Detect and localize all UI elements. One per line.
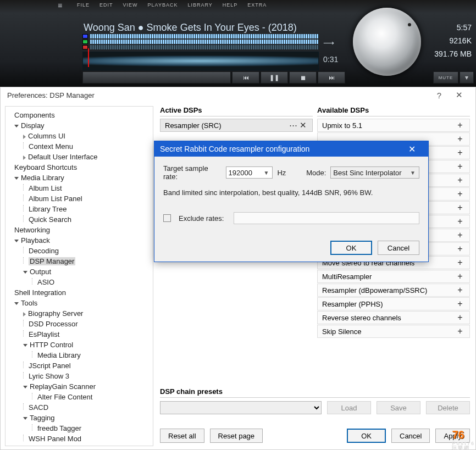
tree-item[interactable]: Album List: [8, 183, 151, 193]
tree-item[interactable]: Decoding: [8, 246, 151, 256]
add-dsp-button[interactable]: +: [455, 148, 465, 158]
prefs-cancel-button[interactable]: Cancel: [391, 429, 430, 443]
tree-item[interactable]: Output: [8, 266, 151, 277]
available-dsp-item[interactable]: Upmix to 5.1+: [317, 119, 470, 132]
menu-library[interactable]: LIBRARY: [187, 2, 212, 8]
prefs-title: Preferences: DSP Manager: [7, 91, 95, 99]
tree-item[interactable]: Components: [8, 110, 151, 120]
filesize: 391.76 MB: [434, 47, 472, 60]
prefs-tree[interactable]: ComponentsDisplayColumns UIContext MenuD…: [5, 106, 153, 446]
add-dsp-button[interactable]: +: [455, 326, 465, 336]
stop-button[interactable]: ◼: [289, 71, 317, 84]
tree-item[interactable]: Playback: [8, 235, 151, 246]
add-dsp-button[interactable]: +: [455, 175, 465, 185]
preset-save-button[interactable]: Save: [377, 401, 420, 414]
tree-item[interactable]: Display: [8, 120, 151, 131]
dialog-close-button[interactable]: ✕: [401, 141, 423, 157]
menu-icon[interactable]: ≡: [58, 1, 69, 10]
preset-select[interactable]: [160, 401, 322, 414]
add-dsp-button[interactable]: +: [455, 134, 465, 144]
add-dsp-button[interactable]: +: [455, 189, 465, 199]
prev-button[interactable]: ⏮: [232, 71, 259, 84]
reset-page-button[interactable]: Reset page: [210, 429, 263, 443]
tree-item[interactable]: Album List Panel: [8, 193, 151, 204]
add-dsp-button[interactable]: +: [455, 230, 465, 240]
add-dsp-button[interactable]: +: [455, 216, 465, 226]
tree-item[interactable]: Advanced: [8, 444, 151, 446]
playhead[interactable]: [88, 48, 89, 67]
menu-extra[interactable]: EXTRA: [247, 2, 267, 8]
add-dsp-button[interactable]: +: [455, 299, 465, 309]
preset-delete-button[interactable]: Delete: [426, 401, 470, 414]
menu-file[interactable]: FILE: [77, 2, 90, 8]
dsp-config-button[interactable]: ⋯: [288, 120, 298, 130]
tree-item[interactable]: freedb Tagger: [8, 423, 151, 434]
mode-combo[interactable]: Best Sinc Interpolator ▼: [330, 166, 419, 179]
player-more-button[interactable]: ▾: [460, 71, 474, 84]
target-rate-combo[interactable]: 192000 ▼: [226, 166, 273, 179]
tree-item[interactable]: Alter File Content: [8, 392, 151, 402]
add-dsp-button[interactable]: +: [455, 120, 465, 130]
tree-item[interactable]: Tagging: [8, 413, 151, 423]
tree-item[interactable]: HTTP Control: [8, 340, 151, 350]
tree-item[interactable]: ReplayGain Scanner: [8, 381, 151, 392]
tree-item[interactable]: Library Tree: [8, 204, 151, 214]
exclude-checkbox[interactable]: [163, 214, 171, 222]
available-dsp-item[interactable]: Reverse stereo channels+: [317, 311, 470, 324]
tree-item[interactable]: Biography Server: [8, 308, 151, 319]
prefs-ok-button[interactable]: OK: [347, 429, 386, 443]
dialog-titlebar[interactable]: Secret Rabbit Code resampler configurati…: [154, 141, 428, 157]
help-button[interactable]: ?: [429, 91, 449, 100]
tree-item[interactable]: Media Library: [8, 350, 151, 360]
tree-item[interactable]: Lyric Show 3: [8, 371, 151, 381]
tree-item[interactable]: Media Library: [8, 173, 151, 183]
tree-item[interactable]: Columns UI: [8, 131, 151, 141]
available-dsp-item[interactable]: Resampler (PPHS)+: [317, 297, 470, 310]
reset-all-button[interactable]: Reset all: [160, 429, 204, 443]
repeat-icon[interactable]: ⟶: [323, 38, 334, 47]
menu-edit[interactable]: EDIT: [99, 2, 113, 8]
tree-item[interactable]: SACD: [8, 402, 151, 413]
add-dsp-button[interactable]: +: [455, 244, 465, 254]
next-button[interactable]: ⏭: [318, 71, 345, 84]
add-dsp-button[interactable]: +: [455, 162, 465, 171]
exclude-input[interactable]: [234, 212, 419, 224]
tree-item[interactable]: Shell Integration: [8, 287, 151, 298]
dialog-cancel-button[interactable]: Cancel: [378, 241, 419, 255]
add-dsp-button[interactable]: +: [455, 203, 465, 213]
mute-button[interactable]: MUTE: [433, 71, 458, 84]
add-dsp-button[interactable]: +: [455, 285, 465, 295]
tree-item[interactable]: DSP Manager: [8, 256, 151, 266]
vu-center-tag: [82, 45, 88, 49]
active-dsp-name: Resampler (SRC): [165, 121, 288, 130]
available-dsp-item[interactable]: MultiResampler+: [317, 270, 470, 283]
tree-item[interactable]: Default User Interface: [8, 152, 151, 162]
available-dsp-item[interactable]: Resampler (dBpoweramp/SSRC)+: [317, 284, 470, 297]
dsp-remove-button[interactable]: ✕: [298, 120, 308, 130]
target-rate-value: 192000: [229, 169, 263, 177]
tree-item[interactable]: ASIO: [8, 277, 151, 287]
tree-item[interactable]: Networking: [8, 225, 151, 235]
volume-knob[interactable]: [353, 8, 421, 76]
menu-playback[interactable]: PLAYBACK: [148, 2, 178, 8]
menu-view[interactable]: VIEW: [123, 2, 138, 8]
active-dsp-item[interactable]: Resampler (SRC) ⋯ ✕: [160, 119, 313, 132]
available-dsp-item[interactable]: Skip Silence+: [317, 325, 470, 338]
waveform[interactable]: [82, 52, 319, 70]
dialog-ok-button[interactable]: OK: [330, 241, 372, 255]
pause-button[interactable]: ❚❚: [261, 71, 288, 84]
close-button[interactable]: ✕: [449, 90, 469, 100]
tree-item[interactable]: Quick Search: [8, 214, 151, 225]
tree-item[interactable]: Tools: [8, 298, 151, 308]
add-dsp-button[interactable]: +: [455, 258, 465, 268]
add-dsp-button[interactable]: +: [455, 271, 465, 281]
add-dsp-button[interactable]: +: [455, 313, 465, 323]
tree-item[interactable]: Keyboard Shortcuts: [8, 162, 151, 173]
tree-item[interactable]: DSD Processor: [8, 319, 151, 329]
tree-item[interactable]: EsPlaylist: [8, 329, 151, 340]
preset-load-button[interactable]: Load: [327, 401, 371, 414]
menu-help[interactable]: HELP: [223, 2, 238, 8]
tree-item[interactable]: WSH Panel Mod: [8, 434, 151, 444]
tree-item[interactable]: JScript Panel: [8, 360, 151, 371]
tree-item[interactable]: Context Menu: [8, 141, 151, 152]
